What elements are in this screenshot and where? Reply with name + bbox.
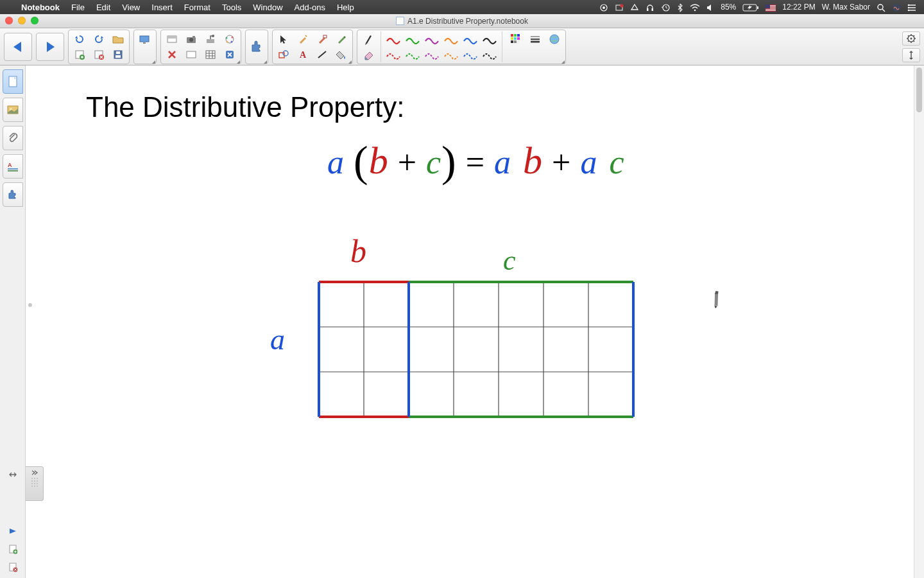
magic-pen-tool[interactable] bbox=[293, 31, 312, 47]
zoom-button[interactable] bbox=[31, 17, 38, 24]
pen-red-dash[interactable] bbox=[384, 47, 403, 62]
next-page-button[interactable] bbox=[36, 33, 64, 61]
svg-rect-67 bbox=[517, 40, 520, 43]
geogebra-button[interactable] bbox=[220, 31, 239, 47]
menu-window[interactable]: Window bbox=[247, 3, 288, 12]
siri-icon[interactable] bbox=[892, 2, 901, 12]
headphones-icon[interactable] bbox=[646, 2, 654, 12]
line-tool[interactable] bbox=[312, 47, 332, 62]
volume-icon[interactable] bbox=[706, 3, 714, 12]
undo-button[interactable] bbox=[70, 31, 89, 47]
app-menu[interactable]: Notebook bbox=[15, 3, 65, 12]
bluetooth-icon[interactable] bbox=[677, 2, 683, 12]
svg-rect-59 bbox=[511, 34, 513, 37]
drive-icon[interactable] bbox=[630, 2, 639, 12]
page-canvas[interactable]: The Distributive Property: a (b + c) = a… bbox=[26, 66, 914, 578]
spotlight-icon[interactable] bbox=[877, 2, 886, 12]
user-name[interactable]: W. Max Sabor bbox=[822, 3, 870, 12]
screen-button[interactable] bbox=[182, 47, 201, 62]
close-button[interactable] bbox=[5, 17, 13, 24]
delete-button[interactable] bbox=[162, 47, 182, 62]
timemachine-icon[interactable] bbox=[661, 2, 671, 12]
pen-purple-dash[interactable] bbox=[422, 47, 441, 62]
svg-rect-15 bbox=[766, 10, 776, 11]
svg-point-101 bbox=[37, 483, 38, 484]
page-add-button[interactable] bbox=[4, 542, 21, 556]
tab-addons[interactable] bbox=[3, 182, 23, 207]
screen-share-button[interactable] bbox=[135, 31, 155, 47]
new-page-button[interactable] bbox=[70, 47, 89, 62]
pen-orange-dash[interactable] bbox=[441, 47, 461, 62]
svg-rect-60 bbox=[514, 34, 517, 37]
prev-page-button[interactable] bbox=[4, 33, 32, 61]
pen-blue-dash[interactable] bbox=[461, 47, 480, 62]
svg-rect-33 bbox=[140, 36, 149, 42]
eraser-tool[interactable] bbox=[359, 47, 378, 62]
shape-pen-tool[interactable] bbox=[312, 31, 332, 47]
line-props-button[interactable] bbox=[526, 31, 545, 47]
margin-handle[interactable] bbox=[28, 303, 32, 307]
crayon-tool[interactable] bbox=[332, 31, 351, 47]
pen-black[interactable] bbox=[480, 31, 499, 47]
screen-icon[interactable] bbox=[615, 2, 624, 12]
page-del-button[interactable] bbox=[4, 560, 21, 574]
menu-tools[interactable]: Tools bbox=[216, 3, 247, 12]
table-button[interactable] bbox=[201, 47, 220, 62]
screenshade-button[interactable] bbox=[162, 31, 182, 47]
pen-blue[interactable] bbox=[461, 31, 480, 47]
pen-green[interactable] bbox=[403, 31, 422, 47]
wifi-icon[interactable] bbox=[690, 3, 700, 12]
redo-button[interactable] bbox=[89, 31, 108, 47]
menu-addons[interactable]: Add-ons bbox=[289, 3, 331, 12]
delete-page-button[interactable] bbox=[89, 47, 108, 62]
save-button[interactable] bbox=[108, 47, 128, 62]
flag-icon[interactable] bbox=[766, 3, 776, 12]
pen-orange[interactable] bbox=[441, 31, 461, 47]
open-button[interactable] bbox=[108, 31, 128, 47]
menu-insert[interactable]: Insert bbox=[146, 3, 178, 12]
menu-view[interactable]: View bbox=[116, 3, 146, 12]
svg-point-23 bbox=[908, 4, 910, 6]
menu-help[interactable]: Help bbox=[331, 3, 360, 12]
eq-b1: b bbox=[369, 139, 389, 182]
eq-plus1: + bbox=[398, 144, 417, 180]
select-tool[interactable] bbox=[274, 31, 293, 47]
next-page-side-button[interactable] bbox=[4, 524, 21, 538]
pen-tool[interactable] bbox=[359, 31, 378, 47]
settings-button[interactable] bbox=[902, 31, 920, 46]
tab-gallery[interactable] bbox=[3, 98, 23, 122]
color-picker-button[interactable] bbox=[506, 31, 526, 47]
notification-icon[interactable] bbox=[907, 3, 916, 12]
addons-button[interactable] bbox=[247, 31, 266, 62]
tab-attachments[interactable] bbox=[3, 126, 23, 150]
menu-file[interactable]: File bbox=[65, 3, 90, 12]
svg-rect-39 bbox=[193, 36, 195, 38]
document-icon bbox=[396, 17, 404, 25]
scrollbar-thumb[interactable] bbox=[916, 67, 922, 112]
camera-button[interactable] bbox=[182, 31, 201, 47]
menu-format[interactable]: Format bbox=[178, 3, 216, 12]
move-toolbar-button[interactable] bbox=[902, 48, 920, 62]
pen-green-dash[interactable] bbox=[403, 47, 422, 62]
document-camera-button[interactable] bbox=[201, 31, 220, 47]
battery-icon[interactable] bbox=[742, 3, 759, 12]
autohide-button[interactable] bbox=[4, 468, 21, 482]
text-tool[interactable]: A bbox=[293, 47, 312, 62]
tool-group: A bbox=[272, 30, 353, 64]
tab-properties[interactable]: A bbox=[3, 154, 23, 179]
svg-rect-47 bbox=[187, 51, 196, 58]
vertical-scrollbar[interactable] bbox=[914, 66, 924, 578]
minimize-button[interactable] bbox=[18, 17, 26, 24]
shapes-tool[interactable] bbox=[274, 47, 293, 62]
pen-black-dash[interactable] bbox=[480, 47, 499, 62]
clock[interactable]: 12:22 PM bbox=[782, 3, 815, 12]
svg-point-25 bbox=[908, 10, 910, 12]
menu-edit[interactable]: Edit bbox=[90, 3, 116, 12]
pen-red[interactable] bbox=[384, 31, 403, 47]
tab-page-sorter[interactable] bbox=[3, 69, 23, 94]
slider-handle[interactable] bbox=[26, 466, 44, 501]
web-button[interactable] bbox=[545, 31, 564, 47]
svg-rect-40 bbox=[207, 39, 214, 43]
pen-purple[interactable] bbox=[422, 31, 441, 47]
record-icon[interactable] bbox=[599, 2, 608, 12]
